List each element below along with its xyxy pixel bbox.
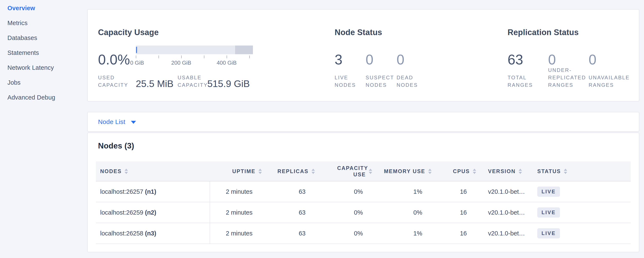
suspect-nodes-label: SUSPECT NODES [366,74,396,89]
memory-use-cell: 1% [374,223,433,244]
axis-label-0gib: 0 GiB [130,60,144,66]
unavailable-ranges-count: 0 [588,52,629,67]
used-capacity-value: 25.5 MiB [136,79,178,89]
node-list-dropdown[interactable]: Node List [98,118,136,125]
node-list-toolbar-card: Node List [87,112,639,132]
replicas-column-label: REPLICAS [278,168,308,174]
replicas-cell: 63 [264,202,316,223]
capacity-used-percent: 0.0% [98,52,130,67]
usable-capacity-value: 515.9 GiB [207,79,250,89]
used-capacity-label: USED CAPACITY [98,74,136,89]
capacity-use-cell: 0% [316,223,374,244]
capacity-usage-title: Capacity Usage [98,28,159,37]
sidebar-item-databases[interactable]: Databases [8,35,87,41]
status-cell: LIVE [533,223,631,244]
capacity-gauge: 0 GiB 200 GiB 400 GiB [136,46,255,66]
under-replicated-ranges-count: 0 [548,52,588,67]
memory-use-column-label: MEMORY USE [384,168,425,174]
status-cell: LIVE [533,202,631,223]
node-status-labels: LIVE NODES SUSPECT NODES DEAD NODES [335,74,428,89]
column-header-nodes[interactable]: NODES [96,161,210,181]
table-row: localhost:26259 (n2) 2 minutes 63 0% 0% … [96,202,631,223]
column-header-version[interactable]: VERSION [478,161,533,181]
uptime-cell: 2 minutes [210,223,264,244]
replicas-cell: 63 [264,181,316,202]
total-ranges-label: TOTAL RANGES [508,74,548,89]
unavailable-ranges-label: UNAVAILABLE RANGES [588,74,638,89]
capacity-stats: USED CAPACITY 25.5 MiB USABLE CAPACITY 5… [98,74,250,89]
status-badge: LIVE [537,187,560,197]
caret-down-icon [131,121,136,124]
uptime-column-label: UPTIME [232,168,256,174]
uptime-cell: 2 minutes [210,181,264,202]
axis-label-400gib: 400 GiB [217,60,236,66]
version-cell: v20.1.0-bet… [478,202,533,223]
suspect-nodes-count: 0 [366,52,396,67]
status-badge: LIVE [537,207,560,218]
memory-use-cell: 1% [374,181,433,202]
node-address-cell[interactable]: localhost:26257 (n1) [96,181,210,202]
live-nodes-count: 3 [335,52,366,67]
status-column-label: STATUS [537,168,561,174]
capacity-gauge-axis [136,56,255,59]
sort-icon[interactable] [518,169,522,174]
axis-label-200gib: 200 GiB [171,60,191,66]
replication-numbers: 63 0 0 [508,52,629,67]
sidebar: Overview Metrics Databases Statements Ne… [0,0,87,258]
capacity-use-column-label: CAPACITY USE [337,165,366,178]
usable-capacity-label: USABLE CAPACITY [178,74,207,89]
node-address-cell[interactable]: localhost:26259 (n2) [96,202,210,223]
sidebar-item-overview[interactable]: Overview [8,5,87,11]
sort-icon[interactable] [473,169,476,174]
column-header-cpus[interactable]: CPUS [433,161,478,181]
column-header-uptime[interactable]: UPTIME [210,161,264,181]
sort-icon[interactable] [258,169,262,174]
dead-nodes-label: DEAD NODES [396,74,428,89]
sidebar-item-statements[interactable]: Statements [8,50,87,56]
uptime-cell: 2 minutes [210,202,264,223]
column-header-replicas[interactable]: REPLICAS [264,161,316,181]
capacity-use-cell: 0% [316,181,374,202]
table-row: localhost:26257 (n1) 2 minutes 63 0% 1% … [96,181,631,202]
version-cell: v20.1.0-bet… [478,181,533,202]
under-replicated-ranges-label: UNDER-REPLICATED RANGES [548,66,588,89]
status-cell: LIVE [533,181,631,202]
nodes-table: NODES UPTIME REPLICAS CAPACITY USE MEMOR [96,161,631,244]
sidebar-item-jobs[interactable]: Jobs [8,80,87,86]
sidebar-item-advanced-debug[interactable]: Advanced Debug [8,94,87,101]
sidebar-item-metrics[interactable]: Metrics [8,20,87,26]
overview-page: Overview Metrics Databases Statements Ne… [0,0,644,258]
sort-icon[interactable] [428,169,432,174]
sort-icon[interactable] [124,169,128,174]
cpus-cell: 16 [433,202,478,223]
sort-icon[interactable] [312,169,315,174]
capacity-gauge-nonusable-segment [235,46,253,54]
total-ranges-count: 63 [508,52,548,67]
capacity-use-cell: 0% [316,202,374,223]
replication-status-title: Replication Status [508,28,579,37]
column-header-memory-use[interactable]: MEMORY USE [374,161,433,181]
sort-icon[interactable] [564,169,567,174]
live-nodes-label: LIVE NODES [335,74,366,89]
sidebar-item-network-latency[interactable]: Network Latency [8,65,87,71]
cpus-cell: 16 [433,181,478,202]
column-header-status[interactable]: STATUS [533,161,631,181]
sort-icon[interactable] [369,169,372,174]
capacity-gauge-bar [136,46,253,54]
status-badge: LIVE [537,228,560,238]
node-list-dropdown-label: Node List [98,118,126,125]
capacity-gauge-axis-labels: 0 GiB 200 GiB 400 GiB [136,60,255,66]
nodes-table-card: Nodes (3) NODES UPTIME [87,133,639,252]
table-row: localhost:26258 (n3) 2 minutes 63 0% 1% … [96,223,631,244]
node-status-numbers: 3 0 0 [335,52,428,67]
cpus-column-label: CPUS [453,168,470,174]
version-cell: v20.1.0-bet… [478,223,533,244]
table-header-row: NODES UPTIME REPLICAS CAPACITY USE MEMOR [96,161,631,181]
dead-nodes-count: 0 [396,52,428,67]
node-address-cell[interactable]: localhost:26258 (n3) [96,223,210,244]
version-column-label: VERSION [488,168,516,174]
replication-labels: TOTAL RANGES UNDER-REPLICATED RANGES UNA… [508,66,638,89]
replicas-cell: 63 [264,223,316,244]
memory-use-cell: 0% [374,202,433,223]
column-header-capacity-use[interactable]: CAPACITY USE [316,161,374,181]
